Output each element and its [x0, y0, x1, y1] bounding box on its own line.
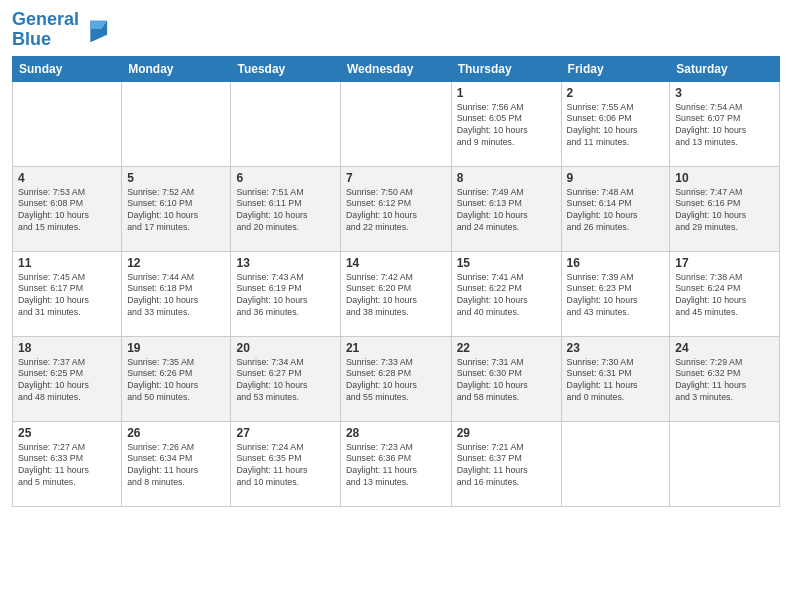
- col-wednesday: Wednesday: [340, 56, 451, 81]
- table-row: 17Sunrise: 7:38 AM Sunset: 6:24 PM Dayli…: [670, 251, 780, 336]
- calendar-week-row: 1Sunrise: 7:56 AM Sunset: 6:05 PM Daylig…: [13, 81, 780, 166]
- table-row: 4Sunrise: 7:53 AM Sunset: 6:08 PM Daylig…: [13, 166, 122, 251]
- day-info: Sunrise: 7:26 AM Sunset: 6:34 PM Dayligh…: [127, 442, 225, 490]
- table-row: 19Sunrise: 7:35 AM Sunset: 6:26 PM Dayli…: [122, 336, 231, 421]
- page-header: General Blue: [12, 10, 780, 50]
- table-row: [13, 81, 122, 166]
- table-row: 26Sunrise: 7:26 AM Sunset: 6:34 PM Dayli…: [122, 421, 231, 506]
- day-info: Sunrise: 7:29 AM Sunset: 6:32 PM Dayligh…: [675, 357, 774, 405]
- day-info: Sunrise: 7:30 AM Sunset: 6:31 PM Dayligh…: [567, 357, 665, 405]
- day-info: Sunrise: 7:44 AM Sunset: 6:18 PM Dayligh…: [127, 272, 225, 320]
- day-number: 29: [457, 426, 556, 440]
- day-info: Sunrise: 7:55 AM Sunset: 6:06 PM Dayligh…: [567, 102, 665, 150]
- table-row: 29Sunrise: 7:21 AM Sunset: 6:37 PM Dayli…: [451, 421, 561, 506]
- table-row: 22Sunrise: 7:31 AM Sunset: 6:30 PM Dayli…: [451, 336, 561, 421]
- table-row: 8Sunrise: 7:49 AM Sunset: 6:13 PM Daylig…: [451, 166, 561, 251]
- day-info: Sunrise: 7:48 AM Sunset: 6:14 PM Dayligh…: [567, 187, 665, 235]
- table-row: 13Sunrise: 7:43 AM Sunset: 6:19 PM Dayli…: [231, 251, 340, 336]
- day-number: 19: [127, 341, 225, 355]
- day-number: 6: [236, 171, 334, 185]
- table-row: 6Sunrise: 7:51 AM Sunset: 6:11 PM Daylig…: [231, 166, 340, 251]
- day-info: Sunrise: 7:33 AM Sunset: 6:28 PM Dayligh…: [346, 357, 446, 405]
- table-row: 28Sunrise: 7:23 AM Sunset: 6:36 PM Dayli…: [340, 421, 451, 506]
- table-row: 23Sunrise: 7:30 AM Sunset: 6:31 PM Dayli…: [561, 336, 670, 421]
- table-row: 11Sunrise: 7:45 AM Sunset: 6:17 PM Dayli…: [13, 251, 122, 336]
- day-number: 12: [127, 256, 225, 270]
- day-info: Sunrise: 7:54 AM Sunset: 6:07 PM Dayligh…: [675, 102, 774, 150]
- day-info: Sunrise: 7:39 AM Sunset: 6:23 PM Dayligh…: [567, 272, 665, 320]
- logo-blue: Blue: [12, 29, 51, 49]
- calendar-page: General Blue Sunday Monday Tuesday Wedne…: [0, 0, 792, 612]
- table-row: 10Sunrise: 7:47 AM Sunset: 6:16 PM Dayli…: [670, 166, 780, 251]
- table-row: 14Sunrise: 7:42 AM Sunset: 6:20 PM Dayli…: [340, 251, 451, 336]
- table-row: 12Sunrise: 7:44 AM Sunset: 6:18 PM Dayli…: [122, 251, 231, 336]
- day-info: Sunrise: 7:56 AM Sunset: 6:05 PM Dayligh…: [457, 102, 556, 150]
- table-row: [561, 421, 670, 506]
- table-row: [231, 81, 340, 166]
- day-number: 9: [567, 171, 665, 185]
- day-number: 11: [18, 256, 116, 270]
- day-info: Sunrise: 7:43 AM Sunset: 6:19 PM Dayligh…: [236, 272, 334, 320]
- col-friday: Friday: [561, 56, 670, 81]
- col-saturday: Saturday: [670, 56, 780, 81]
- day-info: Sunrise: 7:34 AM Sunset: 6:27 PM Dayligh…: [236, 357, 334, 405]
- day-number: 20: [236, 341, 334, 355]
- logo-icon: [81, 16, 109, 44]
- table-row: 27Sunrise: 7:24 AM Sunset: 6:35 PM Dayli…: [231, 421, 340, 506]
- day-number: 27: [236, 426, 334, 440]
- day-number: 4: [18, 171, 116, 185]
- day-number: 7: [346, 171, 446, 185]
- day-number: 24: [675, 341, 774, 355]
- day-info: Sunrise: 7:47 AM Sunset: 6:16 PM Dayligh…: [675, 187, 774, 235]
- day-number: 28: [346, 426, 446, 440]
- table-row: [340, 81, 451, 166]
- day-number: 17: [675, 256, 774, 270]
- day-info: Sunrise: 7:21 AM Sunset: 6:37 PM Dayligh…: [457, 442, 556, 490]
- day-info: Sunrise: 7:31 AM Sunset: 6:30 PM Dayligh…: [457, 357, 556, 405]
- table-row: 7Sunrise: 7:50 AM Sunset: 6:12 PM Daylig…: [340, 166, 451, 251]
- table-row: [122, 81, 231, 166]
- day-number: 22: [457, 341, 556, 355]
- table-row: 1Sunrise: 7:56 AM Sunset: 6:05 PM Daylig…: [451, 81, 561, 166]
- day-info: Sunrise: 7:45 AM Sunset: 6:17 PM Dayligh…: [18, 272, 116, 320]
- day-info: Sunrise: 7:50 AM Sunset: 6:12 PM Dayligh…: [346, 187, 446, 235]
- table-row: 15Sunrise: 7:41 AM Sunset: 6:22 PM Dayli…: [451, 251, 561, 336]
- calendar-table: Sunday Monday Tuesday Wednesday Thursday…: [12, 56, 780, 507]
- day-info: Sunrise: 7:52 AM Sunset: 6:10 PM Dayligh…: [127, 187, 225, 235]
- day-number: 21: [346, 341, 446, 355]
- col-tuesday: Tuesday: [231, 56, 340, 81]
- day-number: 14: [346, 256, 446, 270]
- day-number: 8: [457, 171, 556, 185]
- table-row: 16Sunrise: 7:39 AM Sunset: 6:23 PM Dayli…: [561, 251, 670, 336]
- calendar-week-row: 18Sunrise: 7:37 AM Sunset: 6:25 PM Dayli…: [13, 336, 780, 421]
- day-info: Sunrise: 7:41 AM Sunset: 6:22 PM Dayligh…: [457, 272, 556, 320]
- day-number: 10: [675, 171, 774, 185]
- calendar-header-row: Sunday Monday Tuesday Wednesday Thursday…: [13, 56, 780, 81]
- day-info: Sunrise: 7:38 AM Sunset: 6:24 PM Dayligh…: [675, 272, 774, 320]
- day-info: Sunrise: 7:53 AM Sunset: 6:08 PM Dayligh…: [18, 187, 116, 235]
- day-info: Sunrise: 7:51 AM Sunset: 6:11 PM Dayligh…: [236, 187, 334, 235]
- day-number: 5: [127, 171, 225, 185]
- col-sunday: Sunday: [13, 56, 122, 81]
- day-info: Sunrise: 7:23 AM Sunset: 6:36 PM Dayligh…: [346, 442, 446, 490]
- table-row: 24Sunrise: 7:29 AM Sunset: 6:32 PM Dayli…: [670, 336, 780, 421]
- table-row: 2Sunrise: 7:55 AM Sunset: 6:06 PM Daylig…: [561, 81, 670, 166]
- day-info: Sunrise: 7:42 AM Sunset: 6:20 PM Dayligh…: [346, 272, 446, 320]
- calendar-week-row: 11Sunrise: 7:45 AM Sunset: 6:17 PM Dayli…: [13, 251, 780, 336]
- day-number: 2: [567, 86, 665, 100]
- day-number: 15: [457, 256, 556, 270]
- day-info: Sunrise: 7:27 AM Sunset: 6:33 PM Dayligh…: [18, 442, 116, 490]
- day-number: 13: [236, 256, 334, 270]
- table-row: 21Sunrise: 7:33 AM Sunset: 6:28 PM Dayli…: [340, 336, 451, 421]
- col-monday: Monday: [122, 56, 231, 81]
- logo: General Blue: [12, 10, 109, 50]
- day-number: 26: [127, 426, 225, 440]
- table-row: [670, 421, 780, 506]
- table-row: 9Sunrise: 7:48 AM Sunset: 6:14 PM Daylig…: [561, 166, 670, 251]
- day-number: 16: [567, 256, 665, 270]
- day-number: 1: [457, 86, 556, 100]
- day-info: Sunrise: 7:24 AM Sunset: 6:35 PM Dayligh…: [236, 442, 334, 490]
- calendar-week-row: 4Sunrise: 7:53 AM Sunset: 6:08 PM Daylig…: [13, 166, 780, 251]
- day-number: 18: [18, 341, 116, 355]
- col-thursday: Thursday: [451, 56, 561, 81]
